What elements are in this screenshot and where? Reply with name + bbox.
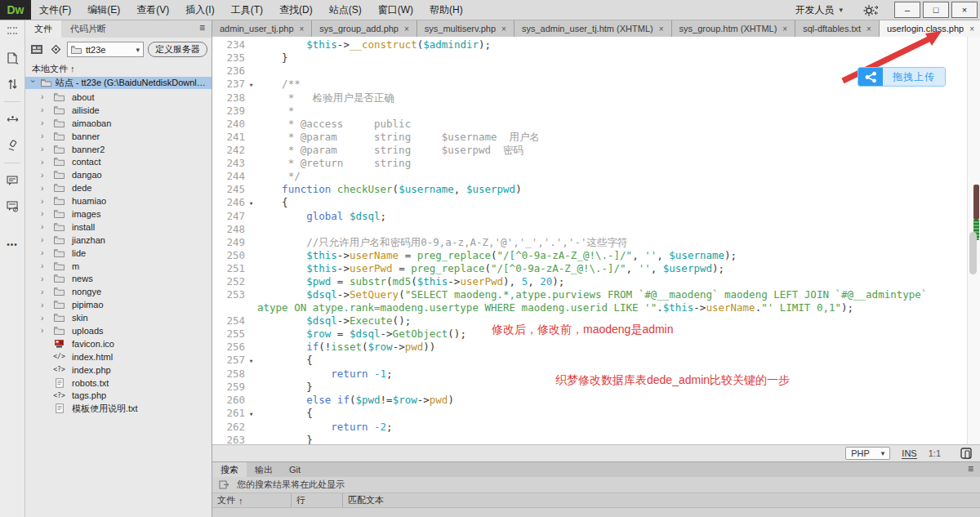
results-column-1[interactable]: 行 [292,493,343,507]
collapse-chevron-icon[interactable]: › [41,301,47,310]
collapse-chevron-icon[interactable]: › [41,184,47,193]
tree-folder-row[interactable]: ›dede [25,181,212,194]
tree-folder-row[interactable]: ›huamiao [25,194,212,207]
maximize-button[interactable]: □ [923,2,949,18]
tree-folder-row[interactable]: ›ailiside [25,104,212,117]
menu-item-6[interactable]: 站点(S) [321,1,370,20]
tree-file-row[interactable]: </>index.html [25,350,212,363]
collapse-chevron-icon[interactable]: › [41,248,47,257]
menu-item-1[interactable]: 编辑(E) [79,1,128,20]
collapse-chevron-icon[interactable]: › [41,197,47,206]
server-connect-button[interactable] [48,43,63,56]
collapse-chevron-icon[interactable]: › [41,145,47,154]
results-tab-2[interactable]: Git [281,462,309,477]
tab-close-icon[interactable]: × [782,25,787,33]
tree-folder-row[interactable]: ›install [25,221,212,234]
collapse-chevron-icon[interactable]: › [41,261,47,270]
code-editor[interactable]: 234 $this->__construct($admindir);235 }2… [212,37,980,444]
tab-files[interactable]: 文件 [25,20,61,38]
results-column-0[interactable]: 文件↑ [212,493,292,507]
menu-item-4[interactable]: 工具(T) [223,1,271,20]
more-tools-button[interactable]: ••• [7,240,18,249]
apply-comment-button[interactable] [6,174,20,188]
fold-arrow-icon[interactable]: ▼ [245,78,257,91]
local-files-header[interactable]: 本地文件 ↑ [25,60,212,77]
tree-folder-row[interactable]: ›contact [25,155,212,168]
scrollbar-thumb[interactable] [969,232,977,274]
close-button[interactable]: × [951,2,978,18]
tree-file-row[interactable]: <?>tags.php [25,389,212,402]
document-tab[interactable]: admin_user_tj.php× [212,20,312,37]
format-source-button[interactable] [6,138,20,152]
results-tab-1[interactable]: 输出 [247,462,281,477]
collapse-chevron-icon[interactable]: › [41,287,47,296]
tab-close-icon[interactable]: × [866,25,871,33]
new-file-button[interactable] [6,51,20,65]
collapse-chevron-icon[interactable]: › [41,131,47,140]
collapse-chevron-icon[interactable]: › [41,274,47,283]
tree-folder-row[interactable]: ›pipimao [25,298,212,311]
drag-upload-button[interactable]: 拖拽上传 [858,67,946,87]
device-preview-button[interactable] [960,448,972,459]
export-results-icon[interactable] [219,480,229,489]
document-tab[interactable]: userlogin.class.php× [880,20,980,37]
tree-file-row[interactable]: robots.txt [25,377,212,390]
tree-file-row[interactable]: <?>index.php [25,363,212,377]
tree-folder-row[interactable]: ›about [25,91,212,104]
collapse-chevron-icon[interactable]: › [41,314,47,323]
menu-item-2[interactable]: 查看(V) [128,1,177,20]
sort-files-button[interactable] [6,77,20,91]
tree-folder-row[interactable]: ›banner [25,130,212,143]
menu-item-5[interactable]: 查找(D) [271,1,321,20]
document-tab[interactable]: sys_admin_user_tj.htm (XHTML)× [514,20,672,37]
menu-item-0[interactable]: 文件(F) [31,1,79,20]
word-wrap-button[interactable] [6,113,20,127]
site-dropdown[interactable]: tt23e ▾ [67,42,144,57]
document-tab[interactable]: sql-dftables.txt× [795,20,880,37]
collapse-chevron-icon[interactable]: › [41,222,47,231]
minimize-button[interactable]: – [894,2,920,18]
tree-folder-row[interactable]: ›jianzhan [25,234,212,247]
tab-snippets[interactable]: 代码片断 [61,20,115,38]
sync-settings-button[interactable] [856,4,885,16]
remove-comment-button[interactable] [6,199,20,213]
tree-folder-row[interactable]: ›aimaoban [25,117,212,130]
tree-file-row[interactable]: favicon.ico [25,337,212,350]
document-tab[interactable]: sys_group.htm (XHTML)× [672,20,796,37]
panel-menu-icon[interactable]: ≡ [193,20,212,38]
collapse-chevron-icon[interactable]: › [41,235,47,244]
define-server-button[interactable]: 定义服务器 [148,42,207,57]
collapse-chevron-icon[interactable]: › [41,92,47,101]
expand-chevron-icon[interactable]: › [29,80,38,87]
collapse-chevron-icon[interactable]: › [41,105,47,114]
tree-folder-row[interactable]: ›m [25,260,212,273]
tree-folder-row[interactable]: ›nongye [25,285,212,298]
results-column-2[interactable]: 匹配文本 [343,493,980,507]
fold-arrow-icon[interactable]: ▼ [245,407,257,421]
tree-folder-row[interactable]: ›uploads [25,324,212,337]
tree-file-row[interactable]: 模板使用说明.txt [25,402,212,415]
collapse-chevron-icon[interactable]: › [41,118,47,127]
document-tab[interactable]: sys_group_add.php× [312,20,416,37]
tree-folder-row[interactable]: ›images [25,207,212,221]
language-select[interactable]: PHP ▾ [845,447,890,460]
document-tab[interactable]: sys_multiserv.php× [417,20,514,37]
tab-close-icon[interactable]: × [501,25,506,33]
tab-close-icon[interactable]: × [404,25,409,33]
collapse-chevron-icon[interactable]: › [41,158,47,167]
menu-item-3[interactable]: 插入(I) [177,1,222,20]
insert-mode-indicator[interactable]: INS [902,448,916,459]
panel-grip[interactable] [7,27,17,34]
workspace-switcher[interactable]: 开发人员 ▾ [788,3,849,17]
tree-folder-row[interactable]: ›lide [25,247,212,260]
tree-folder-row[interactable]: ›news [25,272,212,285]
tab-close-icon[interactable]: × [969,25,974,33]
collapse-chevron-icon[interactable]: › [41,326,47,335]
menu-item-8[interactable]: 帮助(H) [421,1,471,20]
tree-folder-row[interactable]: ›skin [25,311,212,324]
tab-close-icon[interactable]: × [300,25,305,33]
tab-close-icon[interactable]: × [659,25,664,33]
results-tab-0[interactable]: 搜索 [212,462,247,477]
fold-arrow-icon[interactable]: ▼ [245,354,257,368]
collapse-chevron-icon[interactable]: › [41,209,47,218]
